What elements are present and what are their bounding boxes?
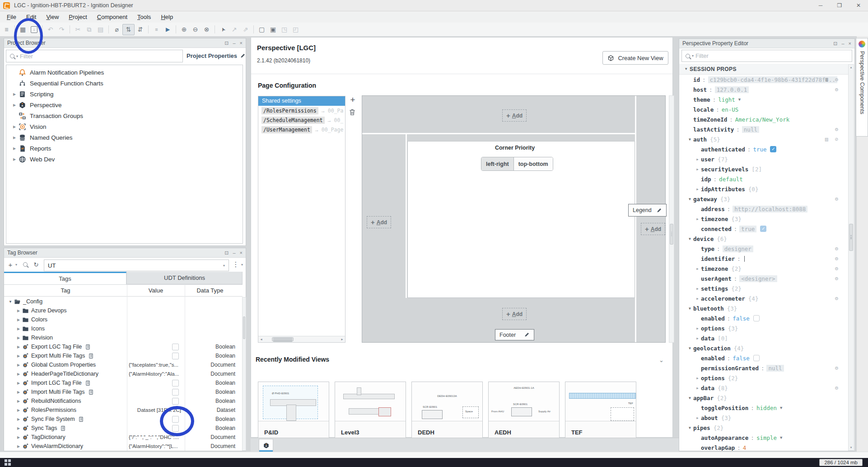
play-icon[interactable]: ▶: [162, 24, 173, 35]
column-data-type[interactable]: Data Type: [185, 287, 235, 294]
page-item-usermanagement[interactable]: /UserManagement→00_Page: [258, 125, 345, 134]
project-update-icon[interactable]: ↓: [28, 24, 40, 35]
copy-icon[interactable]: ⧉: [84, 24, 95, 35]
expander-icon[interactable]: ▶: [15, 372, 22, 376]
pointer-icon[interactable]: ➤: [216, 22, 230, 37]
prop-pipes[interactable]: ▼pipes{2}: [679, 423, 848, 433]
add-top-dock-button[interactable]: +Add: [502, 109, 527, 122]
maximize-window-icon[interactable]: ❒: [830, 0, 849, 11]
tag-menu-kebab-icon[interactable]: ⋮: [233, 259, 239, 270]
gear-icon[interactable]: ⚙: [835, 76, 838, 83]
tag-row-import-multi-file-tags[interactable]: ▶Import Multi File TagsBoolean: [4, 387, 243, 396]
project-item-perspective[interactable]: ▶Perspective: [6, 99, 243, 110]
tag-row-colors[interactable]: ▶Colors: [4, 315, 243, 324]
value-checkbox[interactable]: [172, 353, 179, 359]
prop-enabled[interactable]: enabled:false: [679, 313, 848, 323]
tag-row-azure-devops[interactable]: ▶Azure Devops: [4, 306, 243, 315]
prop-value[interactable]: false: [733, 315, 750, 322]
minimize-panel-icon[interactable]: –: [233, 40, 235, 46]
tag-row-sync-tags[interactable]: ▶Sync TagsBoolean: [4, 424, 243, 433]
zoom-reset-icon[interactable]: ⊗: [201, 24, 212, 35]
project-item-web-dev[interactable]: ▶Web Dev: [6, 154, 243, 165]
tag-row-export-lgc-tag-file[interactable]: ▶Export LGC Tag FileBoolean: [4, 342, 243, 351]
value-checkbox[interactable]: [753, 315, 760, 321]
prop-about[interactable]: ▶about{3}: [679, 413, 848, 423]
paste-icon[interactable]: ▤: [95, 24, 106, 35]
float-panel-icon[interactable]: ⊡: [833, 41, 837, 47]
save-icon[interactable]: ▦: [17, 24, 28, 35]
zoom-in-icon[interactable]: ⊕: [178, 24, 190, 35]
tag-search-input[interactable]: UT ▾: [44, 259, 229, 271]
value-checkbox[interactable]: [172, 398, 179, 405]
expander-icon[interactable]: ▶: [11, 103, 18, 107]
expander-icon[interactable]: ▶: [15, 381, 22, 385]
value-checkbox[interactable]: [172, 380, 179, 387]
tag-row-revision[interactable]: ▶Revision: [4, 333, 243, 342]
tag-value[interactable]: {"/":" ","_":" ","DHC":...: [129, 434, 184, 440]
add-tag-button[interactable]: +: [6, 259, 15, 270]
float-panel-icon[interactable]: ⊡: [224, 250, 229, 256]
gear-icon[interactable]: ⚙: [835, 255, 838, 262]
undo-icon[interactable]: ↶: [45, 24, 56, 35]
menu-tools[interactable]: Tools: [132, 12, 156, 22]
expander-icon[interactable]: ▶: [15, 327, 22, 331]
sort-descending-icon[interactable]: ⇵: [135, 24, 146, 35]
legend-dock-box[interactable]: Legend: [628, 204, 667, 217]
footer-dock-box[interactable]: Footer: [495, 329, 534, 340]
prop-value[interactable]: false: [733, 355, 750, 362]
project-item-scripting[interactable]: ▶Scripting: [6, 89, 243, 99]
cut-icon[interactable]: ✂: [72, 24, 84, 35]
prop-value[interactable]: null: [766, 365, 784, 372]
expander-icon[interactable]: ▶: [15, 426, 22, 430]
expander-icon[interactable]: ▶: [694, 267, 701, 271]
send-backward-icon[interactable]: ▢: [256, 24, 267, 35]
prop-value[interactable]: 127.0.0.1: [715, 86, 749, 93]
scroll-left-icon[interactable]: ◂: [258, 336, 264, 342]
tab-udt-definitions[interactable]: UDT Definitions: [126, 272, 243, 284]
expander-icon[interactable]: ▶: [694, 297, 701, 301]
add-bottom-dock-button[interactable]: +Add: [502, 308, 527, 320]
minimize-panel-icon[interactable]: –: [841, 41, 844, 47]
expander-icon[interactable]: ▼: [7, 300, 14, 304]
project-item-vision[interactable]: ▶Vision: [6, 121, 243, 132]
prop-device[interactable]: ▼device{6}: [679, 234, 848, 244]
menu-file[interactable]: File: [2, 12, 21, 22]
minimize-panel-icon[interactable]: –: [233, 250, 235, 256]
prop-data[interactable]: ▶data[0]: [679, 333, 848, 343]
expander-icon[interactable]: ▶: [15, 399, 22, 403]
gear-icon[interactable]: ⚙: [835, 196, 838, 202]
expander-icon[interactable]: ▶: [15, 363, 22, 367]
prop-host[interactable]: host:127.0.0.1⚙: [679, 85, 848, 94]
gear-icon[interactable]: ⚙: [835, 265, 838, 272]
prop-id[interactable]: id:c129bcb0-cda4-4f1e-98b6-431f22d78f...…: [679, 75, 848, 85]
expander-icon[interactable]: ▼: [686, 307, 693, 311]
prop-securitylevels[interactable]: ▶securityLevels[2]: [679, 164, 848, 174]
add-left-dock-button[interactable]: +Add: [367, 216, 391, 228]
prop-value[interactable]: <designer>: [739, 275, 777, 282]
prop-authenticated[interactable]: authenticated:true✓: [679, 144, 848, 154]
prop-useragent[interactable]: userAgent:<designer>⚙: [679, 274, 848, 283]
tag-row-global-custom-properties[interactable]: ▶Global Custom Properties{"faceplates":t…: [4, 360, 243, 369]
list-view-icon[interactable]: ≡: [151, 24, 162, 35]
page-list-hscrollbar[interactable]: ◂ ▸: [258, 336, 345, 342]
prop-value[interactable]: 4: [743, 444, 747, 451]
tab-tags[interactable]: Tags: [4, 272, 126, 284]
expander-icon[interactable]: ▶: [15, 390, 22, 394]
gear-icon[interactable]: ⚙: [835, 86, 838, 93]
menu-help[interactable]: Help: [156, 12, 178, 22]
view-card-dedh[interactable]: DEDH-E09013ASCR-E0901SpaceDEDH: [411, 382, 483, 444]
prop-settings[interactable]: ▶settings{2}: [679, 283, 848, 293]
tag-strike-icon[interactable]: ⌀: [111, 24, 122, 35]
create-new-view-button[interactable]: Create New View: [602, 51, 668, 65]
prop-lastactivity[interactable]: lastActivity:null⚙: [679, 124, 848, 134]
chevron-down-icon[interactable]: ▼: [738, 97, 741, 102]
prop-accelerometer[interactable]: ▶accelerometer{4}⚙: [679, 293, 848, 303]
chevron-down-icon[interactable]: ▾: [223, 264, 225, 268]
scrollbar-thumb[interactable]: [243, 316, 245, 339]
tag-row-sync-file-system[interactable]: ▶Sync File SystemBoolean: [4, 415, 243, 424]
expander-icon[interactable]: ▶: [694, 336, 701, 340]
prop-value[interactable]: default: [719, 176, 743, 183]
project-properties-link[interactable]: Project Properties: [187, 52, 246, 59]
tag-row-headerpagetitledictionary[interactable]: ▶HeaderPageTitleDictionary{"AlarmHistory…: [4, 369, 243, 378]
expander-icon[interactable]: ▶: [15, 354, 22, 358]
